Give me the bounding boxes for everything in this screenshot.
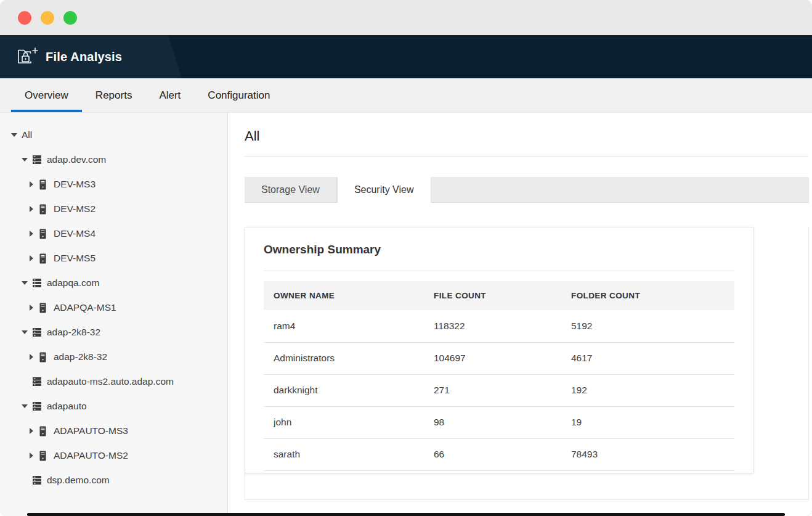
cell-owner: Administrators (264, 342, 424, 374)
app-title: File Analysis (46, 50, 122, 64)
caret-right-icon[interactable] (27, 206, 35, 212)
domain-icon (32, 155, 42, 165)
server-icon (39, 352, 49, 362)
cell-file-count: 118322 (424, 310, 561, 342)
caret-right-icon[interactable] (27, 453, 35, 459)
tree-item-adap-2k8-32[interactable]: adap-2k8-32 (0, 345, 227, 369)
caret-right-icon[interactable] (27, 305, 35, 311)
cell-folder-count: 4617 (561, 342, 734, 374)
caret-down-icon[interactable] (20, 404, 28, 408)
divider (264, 271, 734, 271)
table-row: Administrators1046974617 (264, 342, 734, 374)
cell-file-count: 104697 (424, 342, 561, 374)
tree-item-dev-ms2[interactable]: DEV-MS2 (0, 197, 227, 221)
tree-item-label: DEV-MS5 (54, 253, 95, 264)
nav-tab-label: Reports (95, 89, 132, 102)
domain-icon (32, 475, 42, 485)
main-content: All Storage ViewSecurity View Ownership … (228, 113, 812, 516)
minimize-button[interactable] (41, 11, 54, 25)
nav-tab-configuration[interactable]: Configuration (194, 78, 283, 112)
domain-icon (32, 377, 42, 387)
table-row: john9819 (264, 406, 734, 438)
caret-right-icon[interactable] (27, 181, 35, 187)
close-button[interactable] (18, 11, 31, 25)
page-title: All (245, 128, 809, 144)
caret-down-icon[interactable] (10, 133, 18, 137)
tab-security-view[interactable]: Security View (337, 177, 431, 203)
table-row: darkknight271192 (264, 374, 734, 406)
server-icon (39, 204, 49, 215)
ownership-summary-card: Ownership Summary OWNER NAMEFILE COUNTFO… (245, 227, 753, 473)
tree-item-label: ADAPAUTO-MS2 (54, 450, 128, 461)
nav-tab-label: Alert (159, 89, 181, 102)
caret-down-icon[interactable] (20, 330, 28, 334)
column-header-file-count: FILE COUNT (424, 281, 561, 310)
tree-item-label: adap-2k8-32 (54, 351, 107, 362)
divider (245, 156, 809, 157)
tree-item-label: dsp.demo.com (47, 475, 110, 486)
titlebar (0, 0, 812, 35)
card-title: Ownership Summary (245, 227, 753, 271)
nav-tab-label: Overview (25, 89, 68, 102)
caret-right-icon[interactable] (27, 231, 35, 237)
nav-tabs: OverviewReportsAlertConfiguration (0, 78, 812, 113)
tree-item-label: adapqa.com (47, 277, 99, 289)
tree-item-adapqa-ms1[interactable]: ADAPQA-MS1 (0, 295, 227, 320)
server-icon (39, 426, 49, 436)
nav-tab-alert[interactable]: Alert (145, 78, 194, 112)
table-row: sarath6678493 (264, 438, 734, 470)
cell-owner: john (264, 406, 424, 438)
cell-folder-count: 19 (561, 406, 734, 438)
tree-item-all[interactable]: All (0, 123, 227, 147)
tree-item-adapauto-ms3[interactable]: ADAPAUTO-MS3 (0, 419, 227, 443)
tab-storage-view[interactable]: Storage View (245, 177, 337, 202)
server-icon (39, 303, 49, 313)
tree-item-label: adapauto (47, 401, 87, 412)
window-bottom-edge (27, 513, 785, 516)
nav-tab-overview[interactable]: Overview (11, 78, 82, 112)
cell-folder-count: 192 (561, 374, 734, 406)
nav-tab-label: Configuration (208, 89, 270, 102)
caret-right-icon[interactable] (27, 354, 35, 360)
tree-item-dsp-demo-com[interactable]: dsp.demo.com (0, 468, 227, 493)
content-area: Alladap.dev.comDEV-MS3DEV-MS2DEV-MS4DEV-… (0, 113, 812, 516)
tree-item-adap-dev-com[interactable]: adap.dev.com (0, 147, 227, 172)
cell-folder-count: 5192 (561, 310, 734, 342)
server-icon (39, 451, 49, 461)
tree-item-label: ADAPAUTO-MS3 (54, 425, 128, 436)
tree-item-label: ADAPQA-MS1 (54, 302, 116, 313)
caret-right-icon[interactable] (27, 255, 35, 261)
caret-down-icon[interactable] (20, 281, 28, 285)
tree-item-adap-2k8-32[interactable]: adap-2k8-32 (0, 320, 227, 345)
table-row: ram41183225192 (264, 310, 734, 342)
domain-icon (32, 327, 42, 337)
domain-icon (32, 401, 42, 411)
column-header-folder-count: FOLDER COUNT (561, 281, 734, 310)
tree-item-dev-ms5[interactable]: DEV-MS5 (0, 246, 227, 271)
nav-tab-reports[interactable]: Reports (82, 78, 146, 112)
server-icon (39, 253, 49, 264)
tree-item-adapauto-ms2[interactable]: ADAPAUTO-MS2 (0, 443, 227, 468)
column-header-owner-name: OWNER NAME (264, 281, 424, 310)
tree-item-adapqa-com[interactable]: adapqa.com (0, 271, 227, 295)
domain-icon (32, 278, 42, 288)
cell-owner: darkknight (264, 374, 424, 406)
cell-owner: ram4 (264, 310, 424, 342)
cell-file-count: 66 (424, 438, 561, 470)
cell-file-count: 271 (424, 374, 561, 406)
maximize-button[interactable] (63, 11, 77, 25)
owners-table: OWNER NAMEFILE COUNTFOLDER COUNT ram4118… (264, 281, 734, 471)
caret-right-icon[interactable] (27, 428, 35, 434)
cell-folder-count: 78493 (561, 438, 734, 470)
sidebar-tree: Alladap.dev.comDEV-MS3DEV-MS2DEV-MS4DEV-… (0, 123, 227, 493)
tree-item-dev-ms4[interactable]: DEV-MS4 (0, 221, 227, 246)
tree-item-dev-ms3[interactable]: DEV-MS3 (0, 172, 227, 197)
sidebar: Alladap.dev.comDEV-MS3DEV-MS2DEV-MS4DEV-… (0, 113, 228, 516)
tree-item-label: adapauto-ms2.auto.adap.com (47, 376, 174, 387)
table-header-row: OWNER NAMEFILE COUNTFOLDER COUNT (264, 281, 734, 310)
tab-panel: Ownership Summary OWNER NAMEFILE COUNTFO… (245, 227, 809, 500)
tree-item-adapauto-ms2-auto-adap-com[interactable]: adapauto-ms2.auto.adap.com (0, 369, 227, 394)
server-icon (39, 229, 49, 239)
caret-down-icon[interactable] (20, 158, 28, 162)
tree-item-adapauto[interactable]: adapauto (0, 394, 227, 419)
